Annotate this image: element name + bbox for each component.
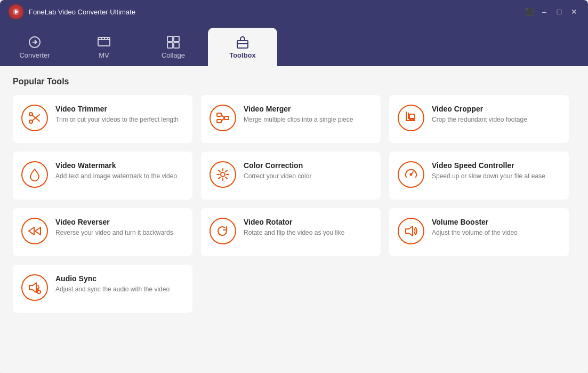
svg-rect-7 <box>174 43 179 48</box>
rewind-icon <box>21 218 48 244</box>
tool-name-video-watermark: Video Watermark <box>55 161 177 170</box>
minimize-button[interactable]: – <box>539 6 550 17</box>
section-title: Popular Tools <box>13 77 575 86</box>
svg-line-22 <box>225 177 227 179</box>
svg-marker-29 <box>29 283 36 292</box>
svg-rect-12 <box>217 113 221 116</box>
tool-name-volume-booster: Volume Booster <box>432 218 518 226</box>
tool-card-video-trimmer[interactable]: Video Trimmer Trim or cut your videos to… <box>13 95 192 143</box>
audio-sync-icon <box>21 274 48 301</box>
tool-card-volume-booster[interactable]: Volume Booster Adjust the volume of the … <box>389 208 569 256</box>
tool-card-video-reverser[interactable]: Video Reverser Reverse your video and tu… <box>13 208 192 256</box>
tool-name-video-reverser: Video Reverser <box>55 218 173 226</box>
gauge-icon <box>398 161 424 188</box>
tool-desc-audio-sync: Adjust and sync the audio with the video <box>55 285 170 294</box>
tool-card-audio-sync[interactable]: Audio Sync Adjust and sync the audio wit… <box>13 265 192 313</box>
svg-rect-14 <box>224 116 229 120</box>
tool-desc-video-watermark: Add text and image watermark to the vide… <box>55 172 177 181</box>
tool-name-video-trimmer: Video Trimmer <box>55 105 179 113</box>
sun-icon <box>210 161 236 188</box>
tool-desc-video-merger: Merge multiple clips into a single piece <box>244 115 353 124</box>
tool-name-video-cropper: Video Cropper <box>432 105 527 113</box>
svg-rect-6 <box>167 43 173 48</box>
tool-name-color-correction: Color Correction <box>244 161 311 170</box>
tool-name-video-speed-controller: Video Speed Controller <box>432 161 545 170</box>
svg-marker-28 <box>406 226 413 236</box>
tool-card-video-cropper[interactable]: Video Cropper Crop the redundant video f… <box>389 95 569 143</box>
crop-icon <box>398 105 424 131</box>
app-logo <box>9 4 23 19</box>
rotate-icon <box>210 218 236 244</box>
tool-desc-video-reverser: Reverse your video and turn it backwards <box>55 228 173 237</box>
tool-desc-volume-booster: Adjust the volume of the video <box>432 228 518 237</box>
svg-line-24 <box>219 177 220 179</box>
tools-grid: Video Trimmer Trim or cut your videos to… <box>13 95 573 313</box>
window-controls: ⬛ – □ ✕ <box>524 6 579 17</box>
tool-name-video-rotator: Video Rotator <box>244 218 344 226</box>
tool-card-video-speed-controller[interactable]: Video Speed Controller Speed up or slow … <box>389 152 569 200</box>
main-content: Popular Tools Video Trimmer Trim or cut … <box>0 66 588 373</box>
svg-line-23 <box>225 170 227 172</box>
subtitle-icon[interactable]: ⬛ <box>524 6 535 17</box>
tool-desc-video-cropper: Crop the redundant video footage <box>432 115 527 124</box>
restore-button[interactable]: □ <box>554 6 565 17</box>
droplet-icon <box>21 161 48 188</box>
tool-name-video-merger: Video Merger <box>244 105 353 113</box>
scissors-icon <box>21 105 48 131</box>
svg-marker-26 <box>29 227 34 235</box>
svg-rect-13 <box>217 120 221 123</box>
svg-point-16 <box>221 172 225 177</box>
tab-converter[interactable]: Converter <box>0 28 69 66</box>
tab-collage[interactable]: Collage <box>139 28 208 66</box>
svg-line-21 <box>219 170 220 172</box>
tool-desc-video-trimmer: Trim or cut your videos to the perfect l… <box>55 115 179 124</box>
app-title: FoneLab Video Converter Ultimate <box>29 8 524 16</box>
svg-point-25 <box>410 174 412 176</box>
tool-card-video-rotator[interactable]: Video Rotator Rotate and flip the video … <box>201 208 381 256</box>
volume-icon <box>398 218 424 244</box>
tool-card-video-merger[interactable]: Video Merger Merge multiple clips into a… <box>201 95 381 143</box>
tool-card-video-watermark[interactable]: Video Watermark Add text and image water… <box>13 152 192 200</box>
close-button[interactable]: ✕ <box>569 6 579 17</box>
svg-rect-4 <box>167 36 173 42</box>
tool-desc-video-speed-controller: Speed up or slow down your file at ease <box>432 172 545 181</box>
tool-name-audio-sync: Audio Sync <box>55 274 170 283</box>
svg-marker-27 <box>35 227 41 235</box>
tool-desc-color-correction: Correct your video color <box>244 172 311 181</box>
app-window: FoneLab Video Converter Ultimate ⬛ – □ ✕… <box>0 0 588 373</box>
titlebar: FoneLab Video Converter Ultimate ⬛ – □ ✕ <box>0 0 588 23</box>
svg-rect-5 <box>174 36 179 42</box>
nav-tabs: Converter MV Collage Toolbox <box>0 23 588 66</box>
tab-mv[interactable]: MV <box>69 28 139 66</box>
tool-desc-video-rotator: Rotate and flip the video as you like <box>244 228 344 237</box>
tools-scroll-container[interactable]: Video Trimmer Trim or cut your videos to… <box>13 95 575 362</box>
merge-icon <box>210 105 236 131</box>
tool-card-color-correction[interactable]: Color Correction Correct your video colo… <box>201 152 381 200</box>
tab-toolbox[interactable]: Toolbox <box>208 28 277 66</box>
